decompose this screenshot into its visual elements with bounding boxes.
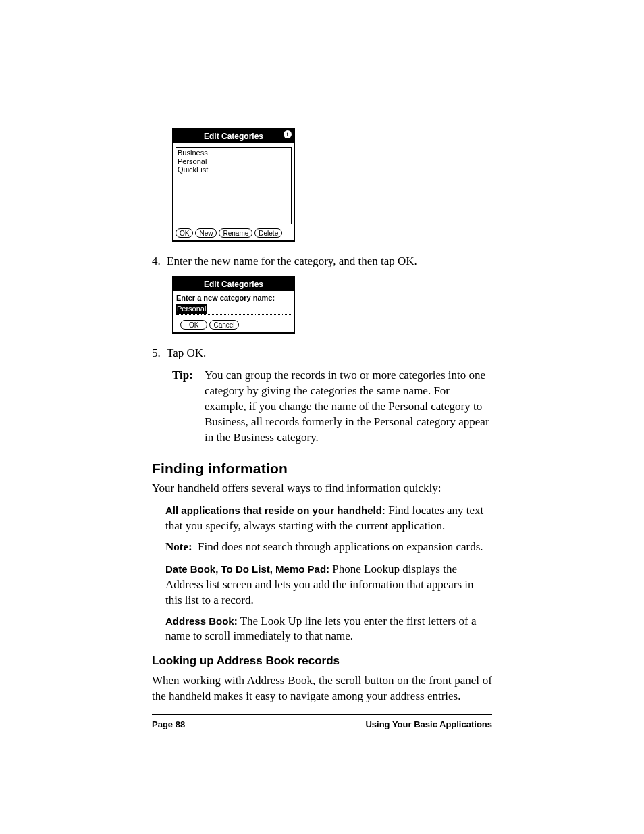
finding-intro: Your handheld offers several ways to fin… (152, 481, 492, 496)
list-item[interactable]: QuickList (178, 165, 290, 174)
tip-text: You can group the records in two or more… (205, 368, 492, 446)
subsection-heading-lookup: Looking up Address Book records (152, 654, 492, 669)
runin-label: All applications that reside on your han… (165, 504, 385, 516)
tip-label: Tip: (172, 368, 205, 446)
finding-datebook: Date Book, To Do List, Memo Pad: Phone L… (165, 562, 492, 608)
tip-block: Tip: You can group the records in two or… (172, 368, 492, 446)
step-text: Enter the new name for the category, and… (167, 254, 492, 269)
dialog-title: Edit Categories (204, 132, 263, 141)
dialog-title: Edit Categories (204, 280, 263, 289)
note-label: Note: (165, 540, 198, 555)
new-button[interactable]: New (195, 228, 217, 238)
lookup-text: When working with Address Book, the scro… (152, 673, 492, 704)
note-block: Note: Find does not search through appli… (165, 540, 492, 555)
input-value: Personal (176, 304, 207, 314)
info-icon[interactable]: i (284, 130, 292, 138)
content-area: Edit Categories i Business Personal Quic… (152, 128, 492, 704)
runin-label: Address Book: (165, 615, 238, 627)
list-item[interactable]: Personal (178, 157, 290, 166)
step-4: 4. Enter the new name for the category, … (152, 254, 492, 269)
ok-button[interactable]: OK (176, 228, 193, 238)
step-5: 5. Tap OK. (152, 346, 492, 361)
step-text: Tap OK. (167, 346, 492, 361)
category-list[interactable]: Business Personal QuickList (176, 147, 292, 224)
edit-categories-dialog: Edit Categories i Business Personal Quic… (172, 128, 295, 242)
note-text: Find does not search through application… (198, 540, 492, 555)
dialog-title-bar: Edit Categories (173, 278, 294, 291)
section-heading-finding: Finding information (152, 459, 492, 478)
enter-name-dialog: Edit Categories Enter a new category nam… (172, 276, 295, 334)
delete-button[interactable]: Delete (254, 228, 282, 238)
dialog-button-row: OK Cancel (173, 318, 294, 332)
finding-addressbook: Address Book: The Look Up line lets you … (165, 614, 492, 645)
dialog-button-row: OK New Rename Delete (173, 226, 294, 240)
step-number: 5. (152, 346, 167, 361)
rename-button[interactable]: Rename (219, 228, 252, 238)
page-footer: Page 88 Using Your Basic Applications (152, 714, 492, 729)
ok-button[interactable]: OK (180, 320, 207, 330)
page: Edit Categories i Business Personal Quic… (0, 0, 644, 834)
step-number: 4. (152, 254, 167, 269)
footer-page-number: Page 88 (152, 719, 185, 729)
finding-all-apps: All applications that reside on your han… (165, 503, 492, 534)
runin-label: Date Book, To Do List, Memo Pad: (165, 563, 329, 575)
list-item[interactable]: Business (178, 149, 290, 157)
dialog-title-bar: Edit Categories i (173, 130, 294, 143)
name-input[interactable]: Personal (176, 304, 291, 315)
footer-chapter-title: Using Your Basic Applications (365, 719, 492, 729)
dialog-prompt: Enter a new category name: (173, 291, 294, 304)
cancel-button[interactable]: Cancel (209, 320, 238, 330)
